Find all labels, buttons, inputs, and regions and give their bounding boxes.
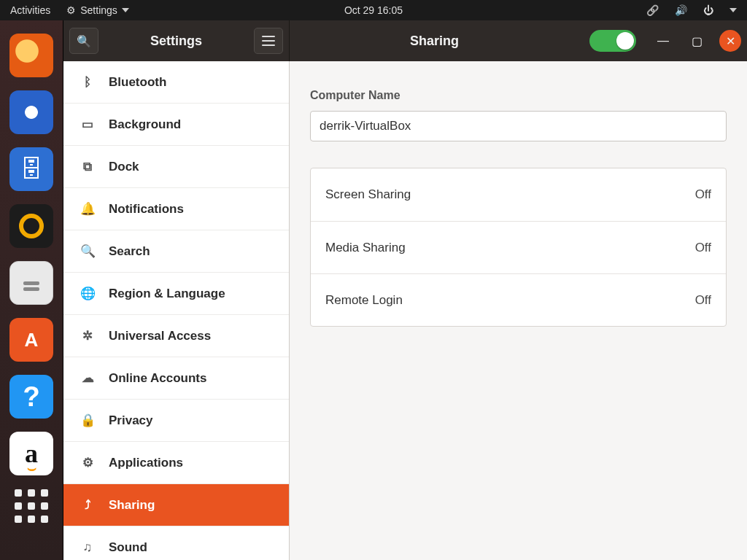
- sharing-options-list: Screen SharingOffMedia SharingOffRemote …: [310, 168, 727, 327]
- page-title: Sharing: [290, 34, 579, 49]
- region-icon: 🌐: [80, 286, 96, 301]
- window-close-button[interactable]: ✕: [719, 30, 741, 52]
- sidebar-item-sound[interactable]: ♫Sound: [63, 526, 289, 560]
- sharing-panel: Computer Name Screen SharingOffMedia Sha…: [290, 61, 747, 560]
- sidebar-item-label: Bluetooth: [109, 75, 166, 90]
- app-menu-label: Settings: [80, 4, 117, 16]
- sharing-row-label: Media Sharing: [325, 241, 406, 255]
- dock-help[interactable]: [9, 375, 53, 419]
- sidebar-item-label: Dock: [109, 160, 139, 174]
- gear-icon: [66, 4, 76, 16]
- sidebar-item-label: Sharing: [109, 498, 155, 513]
- launcher-dock: 🗄 a: [0, 20, 63, 560]
- sidebar-search-button[interactable]: [69, 28, 98, 54]
- sidebar-item-online[interactable]: ☁Online Accounts: [63, 357, 289, 400]
- sidebar-title: Settings: [104, 34, 248, 49]
- gnome-top-panel: Activities Settings Oct 29 16:05: [0, 0, 747, 20]
- activities-button[interactable]: Activities: [6, 4, 55, 16]
- settings-window: Settings Sharing — ▢ ✕ ᛒBluetooth▭Backgr…: [63, 20, 747, 560]
- dock-amazon[interactable]: a: [9, 432, 53, 475]
- sidebar-item-label: Sound: [109, 540, 147, 555]
- volume-indicator[interactable]: [670, 4, 692, 16]
- sidebar-item-search[interactable]: 🔍Search: [63, 230, 289, 273]
- privacy-icon: 🔒: [80, 413, 96, 428]
- sidebar-item-label: Privacy: [109, 413, 153, 428]
- dock-ubuntu-software[interactable]: [9, 318, 53, 362]
- sidebar-item-label: Universal Access: [109, 329, 211, 343]
- sharing-row-label: Remote Login: [325, 293, 403, 308]
- sidebar-item-notifications[interactable]: 🔔Notifications: [63, 188, 289, 230]
- sidebar-item-region[interactable]: 🌐Region & Language: [63, 273, 289, 315]
- network-icon: [646, 4, 659, 16]
- background-icon: ▭: [80, 117, 96, 132]
- activities-label: Activities: [10, 4, 50, 16]
- sidebar-item-dock[interactable]: ⧉Dock: [63, 146, 289, 188]
- dock-icon: ⧉: [80, 160, 96, 174]
- sharing-row-remote-login[interactable]: Remote LoginOff: [311, 273, 726, 326]
- sharing-row-label: Screen Sharing: [325, 187, 411, 202]
- bluetooth-icon: ᛒ: [80, 75, 96, 90]
- window-maximize-button[interactable]: ▢: [686, 30, 708, 52]
- sharing-row-value: Off: [695, 187, 711, 202]
- app-menu[interactable]: Settings: [62, 4, 133, 16]
- settings-sidebar: ᛒBluetooth▭Background⧉Dock🔔Notifications…: [63, 61, 290, 560]
- dock-thunderbird[interactable]: [9, 90, 53, 134]
- chevron-down-icon: [122, 8, 129, 12]
- switch-knob: [616, 32, 634, 50]
- sidebar-item-label: Online Accounts: [109, 371, 206, 386]
- dock-libreoffice-writer[interactable]: [9, 261, 53, 305]
- hamburger-icon: [262, 36, 275, 46]
- search-icon: [77, 34, 91, 48]
- window-minimize-button[interactable]: —: [652, 30, 674, 52]
- sidebar-item-background[interactable]: ▭Background: [63, 104, 289, 146]
- sharing-row-media-sharing[interactable]: Media SharingOff: [311, 221, 726, 273]
- notifications-icon: 🔔: [80, 201, 96, 217]
- power-icon: [703, 4, 713, 16]
- sidebar-item-bluetooth[interactable]: ᛒBluetooth: [63, 61, 289, 104]
- universal-icon: ✲: [80, 328, 96, 343]
- system-menu-toggle[interactable]: [725, 8, 741, 12]
- sharing-row-value: Off: [695, 241, 711, 255]
- sidebar-item-sharing[interactable]: ⤴Sharing: [63, 484, 289, 526]
- sidebar-item-label: Region & Language: [109, 287, 225, 301]
- hamburger-menu-button[interactable]: [254, 28, 283, 54]
- online-icon: ☁: [80, 370, 96, 386]
- sharing-master-switch[interactable]: [589, 30, 636, 52]
- sharing-row-value: Off: [695, 293, 711, 308]
- sidebar-item-applications[interactable]: ⚙Applications: [63, 442, 289, 484]
- dock-files[interactable]: 🗄: [9, 147, 53, 191]
- sidebar-item-label: Search: [109, 244, 150, 259]
- power-indicator[interactable]: [699, 4, 718, 16]
- dock-rhythmbox[interactable]: [9, 204, 53, 248]
- network-indicator[interactable]: [642, 4, 663, 16]
- sound-icon: ♫: [80, 540, 96, 555]
- sharing-icon: ⤴: [80, 498, 96, 513]
- volume-icon: [675, 4, 687, 16]
- search-icon: 🔍: [80, 244, 96, 259]
- window-titlebar: Settings Sharing — ▢ ✕: [63, 20, 747, 61]
- sidebar-item-label: Background: [109, 117, 181, 132]
- dock-show-applications[interactable]: [14, 489, 49, 524]
- dock-firefox[interactable]: [9, 34, 53, 77]
- chevron-down-icon: [729, 8, 737, 12]
- sharing-row-screen-sharing[interactable]: Screen SharingOff: [311, 168, 726, 221]
- sidebar-item-privacy[interactable]: 🔒Privacy: [63, 400, 289, 442]
- sidebar-item-label: Applications: [109, 456, 183, 470]
- applications-icon: ⚙: [80, 455, 96, 470]
- computer-name-label: Computer Name: [310, 89, 727, 102]
- sidebar-item-label: Notifications: [109, 202, 184, 217]
- sidebar-item-universal[interactable]: ✲Universal Access: [63, 315, 289, 357]
- computer-name-input[interactable]: [310, 111, 727, 141]
- speaker-icon: [19, 214, 44, 238]
